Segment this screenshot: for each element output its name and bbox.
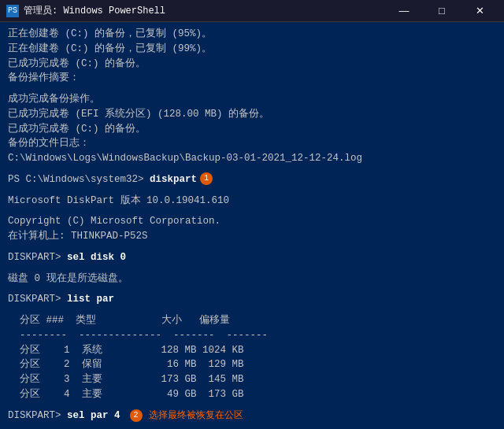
annotation-step-2: 选择最终被恢复在公区 [149, 409, 243, 423]
console-line-28: 分区 3 主要 173 GB 145 MB [8, 372, 496, 387]
title-text: 管理员: Windows PowerShell [24, 4, 165, 17]
console-line-0: 正在创建卷 (C:) 的备份，已复制 (95%)。 [8, 27, 496, 42]
step-circle-2: 2 [130, 409, 143, 422]
cmd-span: diskpart [150, 174, 197, 185]
title-icon: PS [6, 5, 19, 17]
console-line-15: Copyright (C) Microsoft Corporation. [8, 214, 496, 229]
console-line-14 [8, 208, 496, 214]
console-line-5: 成功完成备份操作。 [8, 92, 496, 107]
prompt-span: PS C:\Windows\system32> [8, 174, 150, 185]
maximize-button[interactable]: □ [424, 2, 460, 20]
console-line-20: 磁盘 0 现在是所选磁盘。 [8, 272, 496, 287]
console-line-3: 备份操作摘要： [8, 71, 496, 86]
step-circle-1: 1 [200, 172, 213, 185]
console-line-23 [8, 307, 496, 313]
console-line-16: 在计算机上: THINKPAD-P52S [8, 229, 496, 244]
console-line-4 [8, 86, 496, 92]
console-line-22: DISKPART> list par [8, 292, 496, 307]
console-line-1: 正在创建卷 (C:) 的备份，已复制 (99%)。 [8, 42, 496, 57]
console-line-18: DISKPART> sel disk 0 [8, 250, 496, 265]
console-line-27: 分区 2 保留 16 MB 129 MB [8, 357, 496, 372]
prompt-span: DISKPART> [8, 252, 67, 263]
console-line-2: 已成功完成卷 (C:) 的备份。 [8, 57, 496, 72]
cmd-span: list par [67, 294, 114, 305]
prompt-span: DISKPART> [8, 410, 67, 421]
console-line-25: -------- -------------- ------- ------- [8, 328, 496, 343]
console-line-24: 分区 ### 类型 大小 偏移量 [8, 313, 496, 328]
cmd-span: sel par 4 [67, 410, 120, 421]
console-line-11: PS C:\Windows\system32> diskpart1 [8, 172, 496, 187]
console-line-21 [8, 286, 496, 292]
console-line-17 [8, 244, 496, 250]
close-button[interactable]: ✕ [461, 2, 498, 20]
console-line-32 [8, 423, 496, 429]
console-line-30 [8, 402, 496, 409]
console-line-13: Microsoft DiskPart 版本 10.0.19041.610 [8, 194, 496, 209]
console-area: 正在创建卷 (C:) 的备份，已复制 (95%)。正在创建卷 (C:) 的备份，… [0, 22, 504, 429]
console-line-9: C:\Windows\Logs\WindowsBackup\Backup-03-… [8, 151, 496, 166]
console-line-12 [8, 187, 496, 194]
console-line-7: 已成功完成卷 (C:) 的备份。 [8, 122, 496, 137]
console-line-29: 分区 4 主要 49 GB 173 GB [8, 387, 496, 402]
cmd-span: sel disk 0 [67, 252, 126, 263]
console-line-26: 分区 1 系统 128 MB 1024 KB [8, 343, 496, 358]
console-line-19 [8, 265, 496, 272]
minimize-button[interactable]: — [386, 2, 422, 20]
console-line-6: 已成功完成卷 (EFI 系统分区) (128.00 MB) 的备份。 [8, 107, 496, 122]
title-bar: PS 管理员: Windows PowerShell — □ ✕ [0, 0, 504, 22]
prompt-span: DISKPART> [8, 294, 67, 305]
console-line-10 [8, 166, 496, 172]
console-line-8: 备份的文件日志： [8, 136, 496, 151]
console-line-31: DISKPART> sel par 42选择最终被恢复在公区 [8, 409, 496, 423]
